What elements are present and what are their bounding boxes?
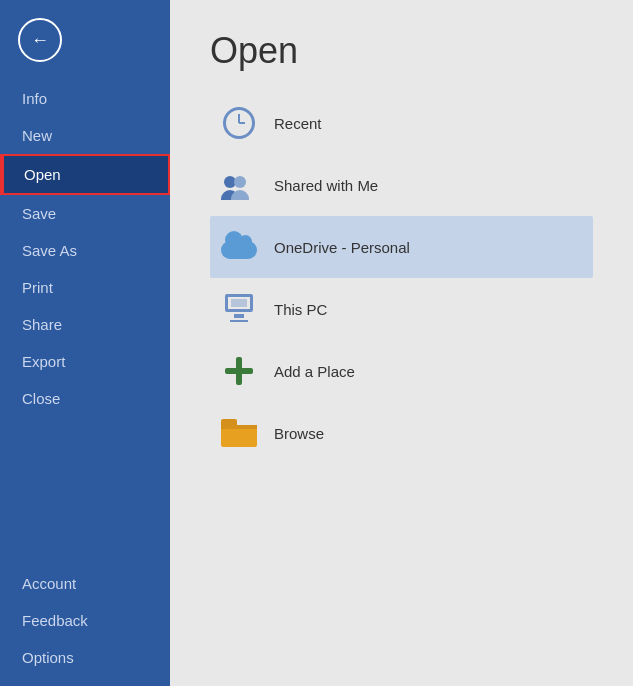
location-recent[interactable]: Recent <box>210 92 593 154</box>
sidebar-item-feedback[interactable]: Feedback <box>0 602 170 639</box>
clock-icon <box>220 104 258 142</box>
back-button[interactable]: ← <box>18 18 62 62</box>
location-addplace-label: Add a Place <box>274 363 355 380</box>
location-thispc[interactable]: This PC <box>210 278 593 340</box>
sidebar-item-print[interactable]: Print <box>0 269 170 306</box>
sidebar-item-info[interactable]: Info <box>0 80 170 117</box>
sidebar-nav: Info New Open Save Save As Print Share E… <box>0 80 170 417</box>
sidebar-item-close[interactable]: Close <box>0 380 170 417</box>
location-shared[interactable]: Shared with Me <box>210 154 593 216</box>
location-onedrive-label: OneDrive - Personal <box>274 239 410 256</box>
location-thispc-label: This PC <box>274 301 327 318</box>
sidebar-item-save[interactable]: Save <box>0 195 170 232</box>
people-icon <box>220 166 258 204</box>
sidebar: ← Info New Open Save Save As Print Share… <box>0 0 170 686</box>
sidebar-item-new[interactable]: New <box>0 117 170 154</box>
location-shared-label: Shared with Me <box>274 177 378 194</box>
location-browse-label: Browse <box>274 425 324 442</box>
sidebar-item-save-as[interactable]: Save As <box>0 232 170 269</box>
sidebar-item-account[interactable]: Account <box>0 565 170 602</box>
addplace-icon <box>220 352 258 390</box>
main-content: Open Recent <box>170 0 633 686</box>
onedrive-icon <box>220 228 258 266</box>
folder-icon <box>220 414 258 452</box>
location-addplace[interactable]: Add a Place <box>210 340 593 402</box>
sidebar-bottom: Account Feedback Options <box>0 565 170 686</box>
sidebar-item-share[interactable]: Share <box>0 306 170 343</box>
open-locations-list: Recent Shared with Me <box>210 92 593 464</box>
location-onedrive[interactable]: OneDrive - Personal <box>210 216 593 278</box>
sidebar-item-open[interactable]: Open <box>0 154 170 195</box>
sidebar-item-export[interactable]: Export <box>0 343 170 380</box>
location-recent-label: Recent <box>274 115 322 132</box>
page-title: Open <box>210 30 593 72</box>
sidebar-item-options[interactable]: Options <box>0 639 170 676</box>
pc-icon <box>220 290 258 328</box>
location-browse[interactable]: Browse <box>210 402 593 464</box>
